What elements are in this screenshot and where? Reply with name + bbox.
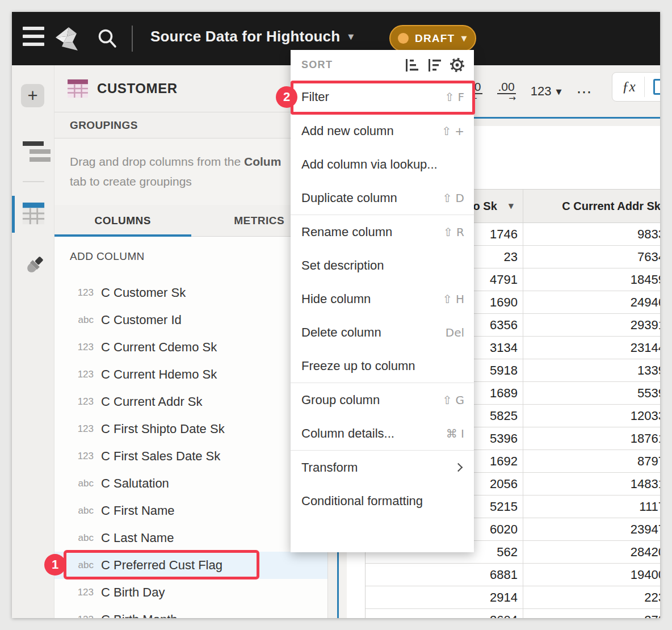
table-cell[interactable]: 12033 [523,405,660,427]
column-list-item[interactable]: abc C Last Name [54,524,327,552]
column-type-icon: 123 [54,396,94,408]
paintbrush-icon [22,254,45,278]
rail-divider [23,181,44,182]
table-cell[interactable]: 9833 [523,223,660,245]
table-cell[interactable]: 273 [523,609,660,618]
column-list-item[interactable]: 123 C Birth Day [54,579,327,606]
menu-item[interactable]: Rename column ⇧ R [291,215,474,249]
table-cell[interactable]: 23947 [523,518,660,540]
menu-items: Filter ⇧ F Add new column ⇧ + [291,80,474,518]
draft-label: DRAFT [415,32,455,45]
table-cell[interactable]: 5539 [523,382,660,404]
column-list-item[interactable]: 123 C First Shipto Date Sk [54,415,327,443]
column-name: C Preferred Cust Flag [101,558,222,573]
more-options-button[interactable]: ⋯ [576,83,592,100]
sort-ascending-button[interactable] [404,57,419,73]
column-list-item[interactable]: 123 C Customer Sk [54,279,327,306]
menu-item[interactable]: Duplicate column ⇧ D [291,181,474,215]
source-table-name: CUSTOMER [97,81,178,96]
increase-decimal-button[interactable]: .00 → [497,81,516,102]
column-list-item[interactable]: 123 C Current Cdemo Sk [54,334,327,361]
table-cell[interactable]: 2914 [366,586,523,608]
column-type-icon: abc [54,314,94,326]
styling-panel-button[interactable] [22,254,45,280]
table-cell[interactable]: 23144 [523,337,660,359]
column-list-item[interactable]: abc C Salutation [54,470,327,497]
menu-item[interactable]: Group column ⇧ G [291,383,474,417]
shortcut-hint: ⇧ H [443,292,464,306]
groupings-section: GROUPINGS [54,112,327,138]
table-cell[interactable]: 2604 [366,609,523,618]
table-cell[interactable]: 19400 [523,564,660,586]
column-list-item[interactable]: abc C Customer Id [54,306,327,334]
table-row: 2914 223 [366,586,660,609]
table-cell[interactable]: 14831 [523,473,660,495]
menu-item[interactable]: Filter ⇧ F [291,80,474,114]
column-list-item[interactable]: 123 C Current Addr Sk [54,388,327,415]
table-cell[interactable]: 7634 [523,246,660,268]
formula-fx-icon: ƒx [622,79,636,95]
add-column-label: ADD COLUMN [70,250,145,263]
column-header-current-addr-sk[interactable]: C Current Addr Sk [523,190,660,222]
ellipsis-icon: ⋯ [576,83,592,100]
column-type-icon: 123 [54,587,94,598]
menu-item[interactable]: Column details... ⌘ I [291,417,474,450]
table-cell[interactable]: 1117 [523,495,660,518]
table-cell[interactable]: 223 [523,586,660,608]
column-list-item[interactable]: abc C First Name [54,497,327,524]
table-cell[interactable]: 8797 [523,450,660,472]
chevron-down-icon: ▼ [509,202,514,210]
search-button[interactable] [96,27,119,50]
table-cell[interactable]: 29391 [523,314,660,336]
menu-item[interactable]: Transform [291,451,474,484]
column-name: C Birth Day [101,585,165,600]
tab-columns[interactable]: COLUMNS [54,205,191,236]
column-type-icon: 123 [54,369,94,380]
table-cell[interactable]: 18761 [523,427,660,450]
sigma-logo[interactable] [54,25,80,52]
shortcut-hint: ⇧ D [442,191,464,205]
column-list-item[interactable]: 123 C Birth Month [54,606,327,618]
formula-bar[interactable]: ƒx [612,72,660,102]
table-cell[interactable]: 28420 [523,541,660,563]
column-name: C Salutation [101,476,169,491]
column-list-item[interactable]: 123 C First Sales Date Sk [54,443,327,470]
menu-item[interactable]: Freeze up to column [291,349,474,383]
add-element-button[interactable]: + [21,84,44,107]
menu-item[interactable]: Add column via lookup... [291,148,474,181]
sort-descending-button[interactable] [427,57,442,73]
table-cell[interactable]: 24946 [523,291,660,313]
menu-item[interactable]: Conditional formatting [291,484,474,518]
column-name: C Birth Month [101,612,178,618]
column-list-item[interactable]: abc C Preferred Cust Flag [54,552,327,579]
column-type-icon: abc [54,505,94,516]
draft-status-badge[interactable]: DRAFT ▼ [389,25,476,52]
arrow-right-icon: → [509,94,516,102]
menu-item[interactable]: Delete column Del [291,316,474,349]
table-cell[interactable]: 1339 [523,359,660,381]
menu-button[interactable] [23,27,44,51]
shortcut-hint: Del [446,326,464,339]
sort-ascending-icon [405,58,419,73]
sort-label: SORT [301,59,397,71]
element-panel-button[interactable] [22,201,45,228]
table-cell[interactable]: 6881 [366,564,523,586]
table-cell[interactable]: 18459 [523,268,660,291]
column-list-item[interactable]: 123 C Current Hdemo Sk [54,361,327,388]
submenu-chevron-icon [454,463,463,472]
hamburger-icon [23,27,44,46]
workbook-title[interactable]: Source Data for Hightouch ▼ [150,28,354,45]
menu-item[interactable]: Set description [291,249,474,282]
left-icon-rail: + [12,65,54,618]
table-icon [22,201,45,226]
column-type-icon: 123 [54,342,94,353]
screenshot-stage: Source Data for Hightouch ▼ DRAFT ▼ + [0,0,672,630]
number-format-dropdown[interactable]: 123 ▼ [531,84,562,99]
table-row: 6881 19400 [366,564,660,586]
menu-item[interactable]: Hide column ⇧ H [291,282,474,316]
menu-item[interactable]: Add new column ⇧ + [291,114,474,148]
outline-panel-button[interactable] [23,141,51,162]
column-type-icon: 123 [54,423,94,435]
column-name: C Customer Id [101,313,182,327]
sort-settings-button[interactable] [450,57,465,73]
